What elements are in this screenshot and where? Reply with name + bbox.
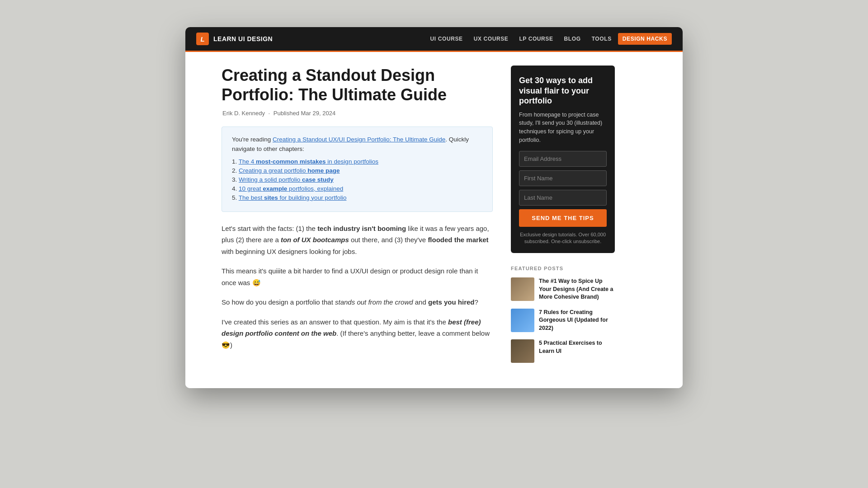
post-title-1: The #1 Way to Spice Up Your Designs (And… xyxy=(539,277,615,301)
main-content: Creating a Standout Design Portfolio: Th… xyxy=(185,52,683,388)
toc-item-4: 4. 10 great example portfolios, explaine… xyxy=(232,185,482,192)
navbar: L LEARN UI DESIGN UI COURSE UX COURSE LP… xyxy=(185,27,683,51)
published-date: Published Mar 29, 2024 xyxy=(274,110,335,117)
toc-link-5[interactable]: The best sites for building your portfol… xyxy=(239,194,347,201)
navbar-brand: L LEARN UI DESIGN xyxy=(196,33,273,45)
browser-window: L LEARN UI DESIGN UI COURSE UX COURSE LP… xyxy=(185,27,683,388)
email-card-desc: From homepage to project case study, I'l… xyxy=(519,111,607,145)
toc-item-5: 5. The best sites for building your port… xyxy=(232,194,482,201)
article-meta: Erik D. Kennedy · Published Mar 29, 2024 xyxy=(222,110,493,117)
toc-link-3[interactable]: Writing a solid portfolio case study xyxy=(239,176,334,183)
featured-post-3[interactable]: 5 Practical Exercises to Learn UI xyxy=(511,339,615,363)
meta-separator: · xyxy=(269,110,272,117)
featured-posts: FEATURED POSTS The #1 Way to Spice Up Yo… xyxy=(511,266,615,363)
body-paragraph-4: I've created this series as an answer to… xyxy=(222,316,493,351)
post-thumb-3 xyxy=(511,339,534,363)
nav-item-ux-course[interactable]: UX COURSE xyxy=(469,33,513,45)
body-paragraph-3: So how do you design a portfolio that st… xyxy=(222,296,493,308)
featured-post-1[interactable]: The #1 Way to Spice Up Your Designs (And… xyxy=(511,277,615,301)
post-title-3: 5 Practical Exercises to Learn UI xyxy=(539,339,615,355)
brand-name: LEARN UI DESIGN xyxy=(213,35,273,42)
toc-item-1: 1. The 4 most-common mistakes in design … xyxy=(232,158,482,165)
nav-item-ui-course[interactable]: UI COURSE xyxy=(426,33,467,45)
logo-icon: L xyxy=(196,33,209,45)
toc-intro-text: You're reading xyxy=(232,136,273,143)
email-input[interactable] xyxy=(519,151,607,167)
article: Creating a Standout Design Portfolio: Th… xyxy=(222,66,493,370)
article-body: Let's start with the facts: (1) the tech… xyxy=(222,223,493,351)
navbar-nav: UI COURSE UX COURSE LP COURSE BLOG TOOLS… xyxy=(426,33,672,45)
last-name-input[interactable] xyxy=(519,190,607,206)
email-card-note: Exclusive design tutorials. Over 60,000 … xyxy=(519,231,607,245)
toc-item-2: 2. Creating a great portfolio home page xyxy=(232,167,482,174)
post-thumb-1 xyxy=(511,277,534,301)
nav-item-design-hacks[interactable]: DESIGN HACKS xyxy=(618,33,672,45)
toc-box: You're reading Creating a Standout UX/UI… xyxy=(222,127,493,212)
featured-posts-title: FEATURED POSTS xyxy=(511,266,615,271)
nav-item-lp-course[interactable]: LP COURSE xyxy=(514,33,557,45)
body-paragraph-1: Let's start with the facts: (1) the tech… xyxy=(222,223,493,258)
toc-link-1[interactable]: The 4 most-common mistakes in design por… xyxy=(239,158,378,165)
body-paragraph-2: This means it's quiiite a bit harder to … xyxy=(222,265,493,288)
email-card-title: Get 30 ways to add visual flair to your … xyxy=(519,75,607,106)
email-signup-card: Get 30 ways to add visual flair to your … xyxy=(511,66,615,253)
toc-list: 1. The 4 most-common mistakes in design … xyxy=(232,158,482,201)
author-name: Erik D. Kennedy xyxy=(222,110,265,117)
article-title: Creating a Standout Design Portfolio: Th… xyxy=(222,66,493,104)
nav-item-blog[interactable]: BLOG xyxy=(560,33,585,45)
post-thumb-2 xyxy=(511,309,534,332)
toc-item-3: 3. Writing a solid portfolio case study xyxy=(232,176,482,183)
featured-post-2[interactable]: 7 Rules for Creating Gorgeous UI (Update… xyxy=(511,309,615,333)
toc-link-2[interactable]: Creating a great portfolio home page xyxy=(239,167,340,174)
nav-item-tools[interactable]: TOOLS xyxy=(587,33,616,45)
sidebar: Get 30 ways to add visual flair to your … xyxy=(511,66,615,370)
toc-link-4[interactable]: 10 great example portfolios, explained xyxy=(239,185,343,192)
send-tips-button[interactable]: SEND ME THE TIPS xyxy=(519,209,607,227)
post-title-2: 7 Rules for Creating Gorgeous UI (Update… xyxy=(539,309,615,333)
toc-series-link[interactable]: Creating a Standout UX/UI Design Portfol… xyxy=(273,136,445,143)
first-name-input[interactable] xyxy=(519,170,607,186)
toc-intro: You're reading Creating a Standout UX/UI… xyxy=(232,135,482,154)
